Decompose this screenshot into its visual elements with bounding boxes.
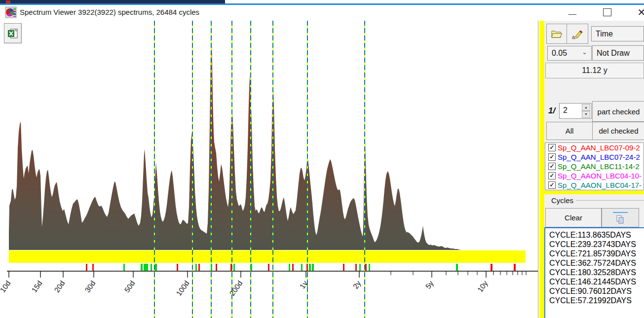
panel-divider bbox=[538, 21, 538, 318]
control-panel: a Time 0.05 ⌄ Not Draw 11.12 y 1/ 2 ▲ ▼ … bbox=[544, 21, 644, 318]
threshold-combo[interactable]: 0.05 ⌄ bbox=[547, 46, 592, 61]
part-checked-label: part checked bbox=[598, 107, 640, 116]
green-marker bbox=[195, 264, 197, 271]
red-marker bbox=[198, 264, 200, 271]
red-marker bbox=[514, 264, 516, 271]
spectrum-list-item[interactable]: ✓Sp_Q_AAN_LBC07-09-2 bbox=[545, 143, 644, 152]
del-checked-label: del checked bbox=[599, 127, 638, 135]
spectrum-label: Sp_Q_AAON_LBC04-17- bbox=[558, 181, 642, 189]
green-marker bbox=[359, 264, 361, 271]
spectrum-list-item[interactable]: ✓Sp_Q_AAON_LBC04-17- bbox=[545, 180, 644, 190]
x-tick-label: 30d bbox=[83, 279, 97, 294]
draw-mode-combo[interactable]: Not Draw bbox=[592, 45, 644, 61]
green-marker bbox=[301, 264, 303, 271]
cycle-list-item[interactable]: CYCLE:180.32528DAYS bbox=[549, 268, 644, 277]
red-marker bbox=[86, 264, 87, 271]
cycle-listbox[interactable]: CYCLE:113.8635DAYSCYCLE:239.23743DAYSCYC… bbox=[544, 227, 644, 318]
spectra-checkbox-list[interactable]: ✓Sp_Q_AAN_LBC07-09-2✓Sp_Q_AAN_LBC07-24-2… bbox=[545, 142, 644, 190]
cycle-list-item[interactable]: CYCLE:721.85739DAYS bbox=[549, 249, 644, 258]
spinner-down-icon[interactable]: ▼ bbox=[582, 111, 590, 118]
time-mode-value: Time bbox=[596, 30, 613, 38]
spectrum-label: Sp_Q_AAN_LBC07-24-2 bbox=[558, 153, 640, 161]
cycle-list-item[interactable]: CYCLE:113.8635DAYS bbox=[549, 230, 644, 240]
spectrum-list-item[interactable]: ✓Sp_Q_AAON_LBC04-10- bbox=[545, 171, 644, 180]
yellow-separator bbox=[544, 191, 644, 194]
yellow-side-strip bbox=[539, 21, 544, 318]
clear-cycles-button[interactable]: Clear bbox=[545, 208, 602, 227]
green-marker bbox=[251, 264, 252, 271]
x-tick-label: 2y bbox=[351, 279, 362, 290]
maximize-icon bbox=[603, 8, 611, 16]
app-window: Spectrum Viewer 3922(3922) spectrums, 26… bbox=[0, 0, 644, 318]
copy-cycles-button[interactable] bbox=[602, 208, 639, 227]
cycles-group-label: Cycles bbox=[549, 196, 575, 205]
red-marker bbox=[268, 264, 269, 271]
green-marker bbox=[456, 264, 458, 271]
red-marker bbox=[216, 264, 217, 271]
del-checked-button[interactable]: del checked bbox=[592, 122, 644, 140]
cycle-list-item[interactable]: CYCLE:57.21992DAYS bbox=[549, 296, 644, 305]
cycle-list-item[interactable]: CYCLE:239.23743DAYS bbox=[549, 240, 644, 249]
spectrum-label: Sp_Q_AAN_LBC11-14-2 bbox=[558, 162, 640, 171]
export-excel-button[interactable] bbox=[4, 23, 22, 43]
red-marker bbox=[491, 264, 492, 271]
all-label: All bbox=[566, 127, 574, 135]
spectrum-list-item[interactable]: ✓Sp_Q_AAN_LBC11-14-2 bbox=[545, 162, 644, 171]
green-marker bbox=[123, 264, 125, 271]
close-button[interactable]: ✕ bbox=[630, 5, 644, 20]
open-file-button[interactable] bbox=[546, 24, 567, 44]
maximize-button[interactable] bbox=[596, 5, 618, 20]
edit-pencil-icon: a bbox=[571, 29, 583, 39]
spinner-up-icon[interactable]: ▲ bbox=[582, 104, 590, 111]
x-tick-label: 10y bbox=[476, 279, 490, 294]
duration-field[interactable]: 11.12 y bbox=[545, 63, 644, 78]
svg-text:a: a bbox=[572, 35, 575, 39]
yellow-band bbox=[9, 250, 526, 263]
red-marker bbox=[365, 264, 367, 271]
red-marker bbox=[292, 264, 294, 271]
spectrum-chart[interactable]: 10d15d20d30d50d100d200d1y2y5y10y bbox=[0, 0, 539, 318]
red-marker bbox=[355, 264, 357, 271]
red-marker bbox=[306, 264, 308, 271]
green-marker bbox=[312, 264, 314, 271]
page-prefix-label: 1/ bbox=[548, 106, 555, 116]
cycle-list-item[interactable]: CYCLE:146.21445DAYS bbox=[549, 277, 644, 286]
page-spinner-value: 2 bbox=[563, 106, 568, 115]
green-marker bbox=[369, 264, 370, 271]
red-marker bbox=[92, 264, 94, 271]
excel-export-icon bbox=[7, 28, 18, 39]
copy-icon bbox=[615, 214, 625, 224]
spectrum-checkbox[interactable]: ✓ bbox=[548, 153, 556, 161]
x-tick-label: 200d bbox=[227, 279, 244, 297]
duration-value: 11.12 y bbox=[582, 66, 607, 75]
x-tick-label: 100d bbox=[174, 279, 190, 297]
cycle-list-item[interactable]: CYCLE:90.76012DAYS bbox=[549, 286, 644, 296]
edit-draw-button[interactable]: a bbox=[567, 24, 588, 44]
x-tick-label: 10d bbox=[0, 279, 12, 294]
spectrum-checkbox[interactable]: ✓ bbox=[548, 144, 556, 151]
part-checked-button[interactable]: part checked bbox=[592, 101, 644, 122]
cycles-groupbox-line bbox=[576, 200, 644, 201]
cycle-list-item[interactable]: CYCLE:362.75724DAYS bbox=[549, 258, 644, 268]
green-marker bbox=[233, 264, 235, 271]
threshold-value: 0.05 bbox=[552, 49, 567, 58]
spectrum-checkbox[interactable]: ✓ bbox=[548, 172, 556, 179]
x-tick-label: 20d bbox=[52, 279, 66, 294]
close-icon: ✕ bbox=[638, 7, 644, 17]
minimize-button[interactable] bbox=[561, 5, 584, 20]
red-marker bbox=[343, 264, 344, 271]
clear-label: Clear bbox=[565, 213, 582, 222]
spectrum-label: Sp_Q_AAON_LBC04-10- bbox=[558, 172, 642, 180]
green-marker bbox=[141, 264, 143, 271]
spectrum-checkbox[interactable]: ✓ bbox=[548, 163, 556, 170]
page-spinner[interactable]: 2 ▲ ▼ bbox=[559, 103, 592, 119]
green-marker bbox=[151, 264, 152, 271]
spectrum-list-item[interactable]: ✓Sp_Q_AAN_LBC07-24-2 bbox=[545, 152, 644, 162]
green-marker bbox=[211, 264, 212, 271]
all-button[interactable]: All bbox=[546, 122, 593, 140]
x-tick-label: 5y bbox=[423, 279, 435, 290]
time-mode-combo[interactable]: Time bbox=[591, 26, 644, 41]
green-marker bbox=[309, 264, 311, 271]
x-tick-label: 50d bbox=[122, 279, 136, 294]
spectrum-checkbox[interactable]: ✓ bbox=[548, 181, 556, 189]
